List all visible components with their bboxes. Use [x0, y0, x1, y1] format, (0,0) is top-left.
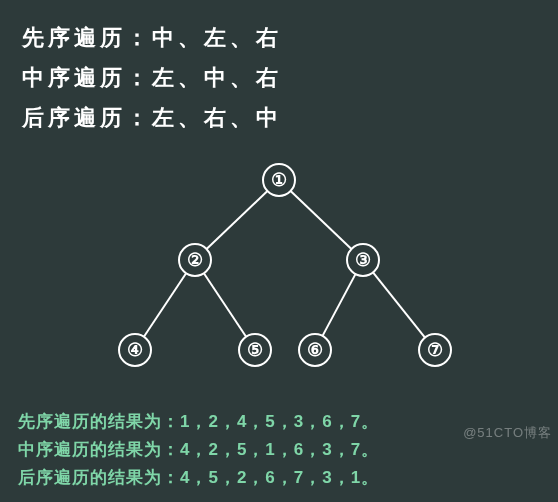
- diagram-card: 先序遍历：中、左、右 中序遍历：左、中、右 后序遍历：左、右、中 ①②③④⑤⑥⑦…: [0, 0, 558, 502]
- tree-node-3: ③: [347, 244, 379, 276]
- svg-text:②: ②: [187, 250, 203, 270]
- definition-preorder: 先序遍历：中、左、右: [22, 18, 558, 58]
- traversal-definitions: 先序遍历：中、左、右 中序遍历：左、中、右 后序遍历：左、右、中: [0, 0, 558, 138]
- result-preorder: 先序遍历的结果为：1，2，4，5，3，6，7。: [18, 408, 540, 436]
- svg-text:⑤: ⑤: [247, 340, 263, 360]
- tree-node-5: ⑤: [239, 334, 271, 366]
- definition-postorder: 后序遍历：左、右、中: [22, 98, 558, 138]
- definition-inorder: 中序遍历：左、中、右: [22, 58, 558, 98]
- svg-text:③: ③: [355, 250, 371, 270]
- tree-node-6: ⑥: [299, 334, 331, 366]
- tree-edge: [291, 191, 352, 249]
- svg-text:①: ①: [271, 170, 287, 190]
- svg-text:④: ④: [127, 340, 143, 360]
- tree-nodes: ①②③④⑤⑥⑦: [119, 164, 451, 366]
- tree-edge: [204, 273, 246, 336]
- tree-node-2: ②: [179, 244, 211, 276]
- tree-edge: [207, 191, 268, 249]
- result-inorder: 中序遍历的结果为：4，2，5，1，6，3，7。: [18, 436, 540, 464]
- tree-edge: [373, 272, 425, 337]
- tree-edge: [144, 273, 186, 336]
- svg-text:⑦: ⑦: [427, 340, 443, 360]
- tree-svg: ①②③④⑤⑥⑦: [0, 160, 558, 380]
- tree-node-1: ①: [263, 164, 295, 196]
- tree-edge: [323, 274, 356, 336]
- result-postorder: 后序遍历的结果为：4，5，2，6，7，3，1。: [18, 464, 540, 492]
- binary-tree: ①②③④⑤⑥⑦: [0, 160, 558, 395]
- tree-node-4: ④: [119, 334, 151, 366]
- traversal-results: 先序遍历的结果为：1，2，4，5，3，6，7。 中序遍历的结果为：4，2，5，1…: [0, 408, 558, 492]
- svg-text:⑥: ⑥: [307, 340, 323, 360]
- tree-node-7: ⑦: [419, 334, 451, 366]
